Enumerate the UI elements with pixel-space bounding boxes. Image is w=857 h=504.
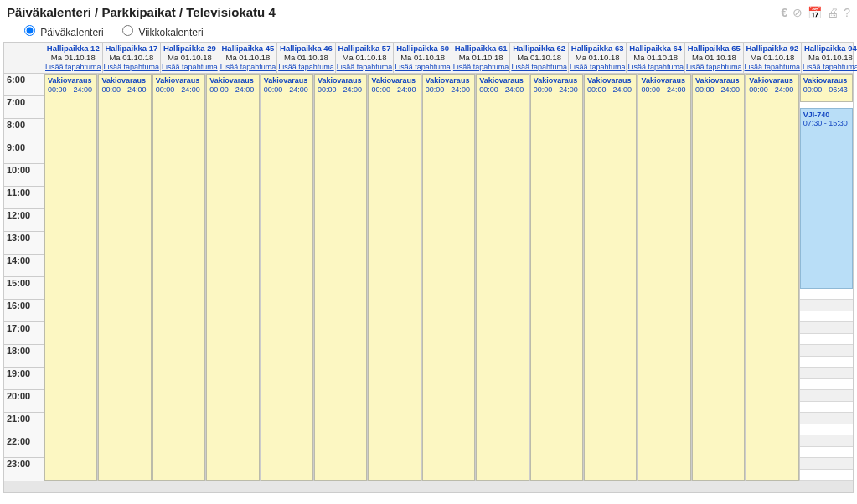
- day-column[interactable]: Vakiovaraus00:00 - 24:00: [692, 74, 746, 481]
- free-slot[interactable]: [800, 334, 853, 346]
- day-column[interactable]: Vakiovaraus00:00 - 24:00: [638, 74, 691, 481]
- free-slot[interactable]: [800, 379, 853, 391]
- free-slot[interactable]: [800, 289, 853, 301]
- hour-label: 13:00: [4, 232, 44, 255]
- week-view-radio[interactable]: [122, 25, 133, 36]
- event-default[interactable]: Vakiovaraus00:00 - 24:00: [638, 74, 690, 481]
- free-slot[interactable]: [800, 402, 853, 414]
- column-date: Ma 01.10.18: [803, 54, 857, 63]
- event-default[interactable]: Vakiovaraus00:00 - 24:00: [261, 74, 313, 481]
- column-date: Ma 01.10.18: [453, 54, 509, 63]
- free-slot[interactable]: [800, 322, 853, 334]
- event-default[interactable]: Vakiovaraus00:00 - 24:00: [368, 74, 421, 481]
- column-date: Ma 01.10.18: [745, 54, 801, 63]
- calendar-icon[interactable]: 📅: [808, 6, 822, 19]
- calendar-footer-bar: [4, 481, 853, 492]
- free-slot[interactable]: [800, 300, 853, 311]
- add-event-link[interactable]: Lisää tapahtuma: [745, 63, 801, 71]
- event-default[interactable]: Vakiovaraus00:00 - 24:00: [422, 74, 475, 481]
- day-column[interactable]: Vakiovaraus00:00 - 24:00: [152, 74, 206, 481]
- event-default[interactable]: Vakiovaraus00:00 - 06:43: [800, 74, 853, 102]
- column-header: Hallipaikka 62Ma 01.10.18Lisää tapahtuma: [510, 43, 569, 73]
- event-title: Vakiovaraus: [209, 76, 256, 85]
- event-default[interactable]: Vakiovaraus00:00 - 24:00: [206, 74, 259, 481]
- day-column[interactable]: Vakiovaraus00:00 - 24:00: [476, 74, 529, 481]
- free-slot[interactable]: [800, 345, 853, 357]
- help-icon[interactable]: ?: [844, 6, 850, 19]
- column-date: Ma 01.10.18: [686, 54, 742, 63]
- free-slot[interactable]: [800, 311, 853, 323]
- add-event-link[interactable]: Lisää tapahtuma: [803, 63, 857, 71]
- day-column[interactable]: Vakiovaraus00:00 - 24:00: [584, 74, 638, 481]
- day-column[interactable]: Vakiovaraus00:00 - 24:00: [98, 74, 152, 481]
- free-slot[interactable]: [800, 435, 853, 447]
- add-event-link[interactable]: Lisää tapahtuma: [395, 63, 451, 71]
- event-default[interactable]: Vakiovaraus00:00 - 24:00: [98, 74, 151, 481]
- day-view-radio[interactable]: [24, 25, 35, 36]
- week-view-radio-label[interactable]: Viikkokalenteri: [118, 27, 204, 39]
- euro-icon[interactable]: €: [781, 6, 787, 19]
- day-column[interactable]: Vakiovaraus00:00 - 24:00: [261, 74, 314, 481]
- event-time: 00:00 - 24:00: [587, 85, 633, 94]
- add-event-link[interactable]: Lisää tapahtuma: [337, 63, 393, 71]
- event-title: VJI-740: [803, 111, 849, 119]
- free-slot[interactable]: [800, 470, 853, 481]
- print-icon[interactable]: 🖨: [827, 6, 839, 19]
- hour-label: 16:00: [4, 300, 44, 322]
- day-column[interactable]: Vakiovaraus00:00 - 24:00: [206, 74, 260, 481]
- event-booking[interactable]: VJI-74007:30 - 15:30: [800, 108, 853, 289]
- hour-label: 18:00: [4, 345, 44, 368]
- event-default[interactable]: Vakiovaraus00:00 - 24:00: [584, 74, 637, 481]
- event-default[interactable]: Vakiovaraus00:00 - 24:00: [530, 74, 583, 481]
- event-default[interactable]: Vakiovaraus00:00 - 24:00: [152, 74, 205, 481]
- add-event-link[interactable]: Lisää tapahtuma: [570, 63, 626, 71]
- free-slot[interactable]: [800, 390, 853, 402]
- free-slot[interactable]: [800, 424, 853, 436]
- day-column[interactable]: Vakiovaraus00:00 - 24:00: [422, 74, 476, 481]
- free-slot[interactable]: [800, 368, 853, 379]
- add-event-link[interactable]: Lisää tapahtuma: [220, 63, 276, 71]
- day-view-radio-label[interactable]: Päiväkalenteri: [20, 27, 106, 39]
- event-time: 00:00 - 24:00: [695, 85, 741, 94]
- day-column[interactable]: Vakiovaraus00:00 - 24:00: [44, 74, 98, 481]
- day-column[interactable]: Vakiovaraus00:00 - 24:00: [530, 74, 584, 481]
- add-event-link[interactable]: Lisää tapahtuma: [104, 63, 160, 71]
- event-time: 00:00 - 24:00: [371, 85, 417, 94]
- event-default[interactable]: Vakiovaraus00:00 - 24:00: [476, 74, 529, 481]
- day-column[interactable]: Vakiovaraus00:00 - 24:00: [746, 74, 799, 481]
- column-date: Ma 01.10.18: [45, 54, 101, 63]
- day-column[interactable]: Vakiovaraus00:00 - 06:43VJI-74007:30 - 1…: [800, 74, 853, 481]
- event-default[interactable]: Vakiovaraus00:00 - 24:00: [692, 74, 745, 481]
- column-date: Ma 01.10.18: [395, 54, 451, 63]
- free-slot[interactable]: [800, 357, 853, 368]
- day-column[interactable]: Vakiovaraus00:00 - 24:00: [368, 74, 421, 481]
- add-event-link[interactable]: Lisää tapahtuma: [162, 63, 218, 71]
- column-date: Ma 01.10.18: [337, 54, 393, 63]
- event-default[interactable]: Vakiovaraus00:00 - 24:00: [746, 74, 798, 481]
- add-event-link[interactable]: Lisää tapahtuma: [627, 63, 684, 71]
- column-header: Hallipaikka 65Ma 01.10.18Lisää tapahtuma: [685, 43, 744, 73]
- cancel-icon[interactable]: ⊘: [792, 6, 803, 19]
- event-title: Vakiovaraus: [371, 76, 417, 85]
- day-column[interactable]: Vakiovaraus00:00 - 24:00: [314, 74, 368, 481]
- event-title: Vakiovaraus: [803, 76, 849, 85]
- event-default[interactable]: Vakiovaraus00:00 - 24:00: [314, 74, 367, 481]
- column-header: Hallipaikka 94Ma 01.10.18Lisää tapahtuma: [802, 43, 857, 73]
- add-event-link[interactable]: Lisää tapahtuma: [453, 63, 509, 71]
- column-header: Hallipaikka 12Ma 01.10.18Lisää tapahtuma: [44, 43, 103, 73]
- event-time: 00:00 - 24:00: [264, 85, 310, 94]
- column-header: Hallipaikka 29Ma 01.10.18Lisää tapahtuma: [161, 43, 219, 73]
- column-header: Hallipaikka 57Ma 01.10.18Lisää tapahtuma: [336, 43, 395, 73]
- add-event-link[interactable]: Lisää tapahtuma: [278, 63, 334, 71]
- free-slot[interactable]: [800, 413, 853, 424]
- event-title: Vakiovaraus: [695, 76, 741, 85]
- event-title: Vakiovaraus: [534, 76, 580, 85]
- add-event-link[interactable]: Lisää tapahtuma: [45, 63, 101, 71]
- add-event-link[interactable]: Lisää tapahtuma: [511, 63, 567, 71]
- event-title: Vakiovaraus: [587, 76, 633, 85]
- event-default[interactable]: Vakiovaraus00:00 - 24:00: [44, 74, 97, 481]
- hour-label: 7:00: [4, 96, 44, 119]
- add-event-link[interactable]: Lisää tapahtuma: [686, 63, 742, 71]
- free-slot[interactable]: [800, 447, 853, 459]
- free-slot[interactable]: [800, 458, 853, 470]
